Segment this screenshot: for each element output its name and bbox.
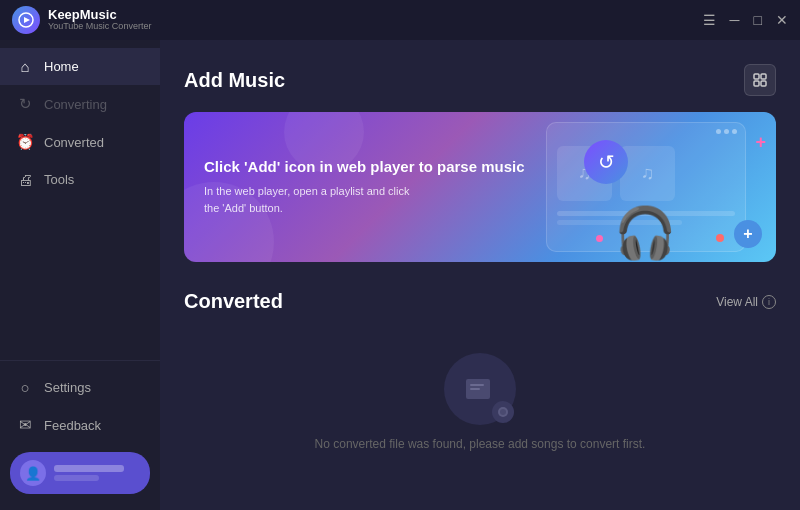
app-subtitle: YouTube Music Converter bbox=[48, 22, 151, 32]
banner-description: In the web player, open a playlist and c… bbox=[204, 183, 424, 216]
svg-rect-5 bbox=[761, 81, 766, 86]
app-logo bbox=[12, 6, 40, 34]
sidebar: ⌂ Home ↻ Converting ⏰ Converted 🖨 Tools … bbox=[0, 40, 160, 510]
maximize-button[interactable]: □ bbox=[754, 13, 762, 27]
add-button[interactable]: + bbox=[734, 220, 762, 248]
sidebar-item-settings[interactable]: ○ Settings bbox=[0, 369, 160, 406]
plus-decoration: + bbox=[755, 132, 766, 153]
svg-rect-7 bbox=[470, 384, 484, 386]
user-info bbox=[54, 465, 124, 481]
empty-state-icon bbox=[444, 353, 516, 425]
main-layout: ⌂ Home ↻ Converting ⏰ Converted 🖨 Tools … bbox=[0, 40, 800, 510]
feedback-icon: ✉ bbox=[16, 416, 34, 434]
sidebar-item-converted[interactable]: ⏰ Converted bbox=[0, 123, 160, 161]
add-music-banner: Click 'Add' icon in web player to parse … bbox=[184, 112, 776, 262]
sidebar-item-tools[interactable]: 🖨 Tools bbox=[0, 161, 160, 198]
minimize-button[interactable]: ─ bbox=[730, 13, 740, 27]
svg-point-10 bbox=[500, 409, 506, 415]
user-avatar: 👤 bbox=[20, 460, 46, 486]
converting-icon: ↻ bbox=[16, 95, 34, 113]
user-block[interactable]: 👤 bbox=[10, 452, 150, 494]
banner-heading: Click 'Add' icon in web player to parse … bbox=[204, 158, 756, 175]
svg-rect-8 bbox=[470, 388, 480, 390]
dot-red bbox=[716, 234, 724, 242]
close-button[interactable]: ✕ bbox=[776, 13, 788, 27]
svg-marker-1 bbox=[24, 17, 30, 23]
content-area: Add Music Click 'Add' icon in web player… bbox=[160, 40, 800, 510]
converted-header: Converted View All i bbox=[184, 290, 776, 313]
sidebar-item-settings-label: Settings bbox=[44, 380, 91, 395]
home-icon: ⌂ bbox=[16, 58, 34, 75]
header-icon-button[interactable] bbox=[744, 64, 776, 96]
tools-icon: 🖨 bbox=[16, 171, 34, 188]
dot-3 bbox=[732, 129, 737, 134]
sidebar-item-converting: ↻ Converting bbox=[0, 85, 160, 123]
add-music-header: Add Music bbox=[184, 64, 776, 96]
empty-state-text: No converted file was found, please add … bbox=[315, 437, 646, 451]
menu-button[interactable]: ☰ bbox=[703, 13, 716, 27]
user-role bbox=[54, 475, 99, 481]
svg-rect-4 bbox=[754, 81, 759, 86]
converted-title: Converted bbox=[184, 290, 283, 313]
view-all-link[interactable]: View All i bbox=[716, 295, 776, 309]
sidebar-bottom: ○ Settings ✉ Feedback 👤 bbox=[0, 360, 160, 502]
sidebar-item-home[interactable]: ⌂ Home bbox=[0, 48, 160, 85]
nav-section: ⌂ Home ↻ Converting ⏰ Converted 🖨 Tools bbox=[0, 48, 160, 352]
settings-icon: ○ bbox=[16, 379, 34, 396]
banner-text: Click 'Add' icon in web player to parse … bbox=[204, 158, 756, 216]
titlebar-left: KeepMusic YouTube Music Converter bbox=[12, 6, 151, 34]
dot-pink bbox=[596, 235, 603, 242]
titlebar-controls: ☰ ─ □ ✕ bbox=[703, 13, 788, 27]
svg-rect-2 bbox=[754, 74, 759, 79]
app-title-block: KeepMusic YouTube Music Converter bbox=[48, 8, 151, 32]
sidebar-item-feedback-label: Feedback bbox=[44, 418, 101, 433]
svg-rect-3 bbox=[761, 74, 766, 79]
sidebar-item-converting-label: Converting bbox=[44, 97, 107, 112]
converted-icon: ⏰ bbox=[16, 133, 34, 151]
empty-state: No converted file was found, please add … bbox=[184, 333, 776, 471]
sidebar-item-feedback[interactable]: ✉ Feedback bbox=[0, 406, 160, 444]
banner-phone-header bbox=[547, 123, 745, 140]
empty-state-small-icon bbox=[492, 401, 514, 423]
view-all-info-icon: i bbox=[762, 295, 776, 309]
sidebar-item-home-label: Home bbox=[44, 59, 79, 74]
converted-section: Converted View All i bbox=[184, 290, 776, 471]
titlebar: KeepMusic YouTube Music Converter ☰ ─ □ … bbox=[0, 0, 800, 40]
app-name: KeepMusic bbox=[48, 8, 151, 22]
user-name bbox=[54, 465, 124, 472]
sidebar-item-tools-label: Tools bbox=[44, 172, 74, 187]
dot-1 bbox=[716, 129, 721, 134]
dot-2 bbox=[724, 129, 729, 134]
sidebar-item-converted-label: Converted bbox=[44, 135, 104, 150]
add-music-title: Add Music bbox=[184, 69, 285, 92]
view-all-label: View All bbox=[716, 295, 758, 309]
